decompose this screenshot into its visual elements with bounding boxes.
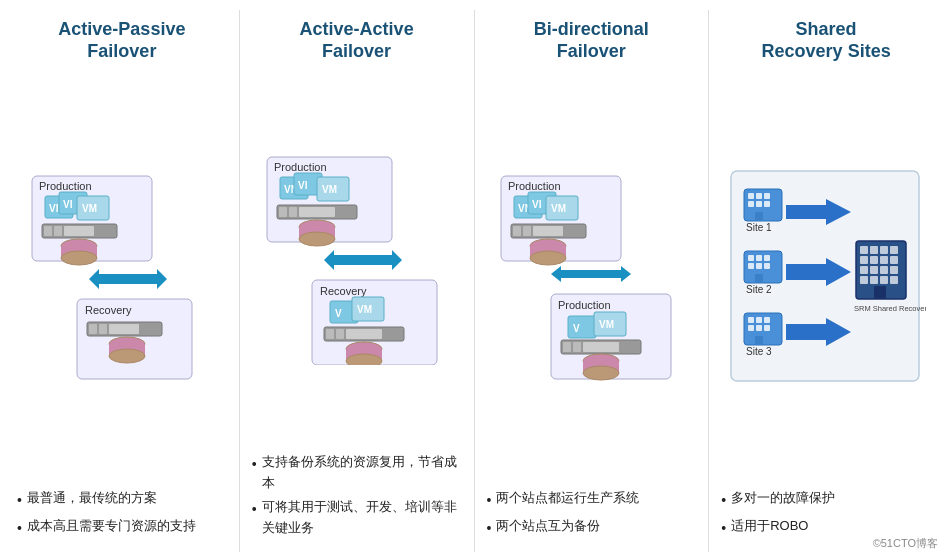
svg-text:Site 2: Site 2 <box>746 284 772 295</box>
svg-rect-110 <box>764 325 770 331</box>
svg-marker-69 <box>551 266 631 282</box>
svg-rect-90 <box>764 201 770 207</box>
svg-text:Recovery: Recovery <box>85 304 132 316</box>
svg-point-68 <box>530 251 566 265</box>
col1-bullets: • 最普通，最传统的方案 • 成本高且需要专门资源的支持 <box>13 480 231 547</box>
watermark: ©51CTO博客 <box>873 536 938 551</box>
col3-title: Bi-directionalFailover <box>534 15 649 65</box>
col3-bullet2: • 两个站点互为备份 <box>487 516 697 539</box>
svg-rect-79 <box>583 342 619 352</box>
svg-text:Production: Production <box>558 299 611 311</box>
svg-rect-115 <box>860 246 868 254</box>
svg-rect-78 <box>573 342 581 352</box>
svg-text:VI: VI <box>298 180 308 191</box>
column-active-active: Active-ActiveFailover Production VN VI V… <box>240 10 475 552</box>
col4-bullet1: • 多对一的故障保护 <box>721 488 931 511</box>
svg-rect-95 <box>748 255 754 261</box>
svg-rect-91 <box>755 212 763 221</box>
svg-rect-124 <box>870 266 878 274</box>
svg-rect-120 <box>870 256 878 264</box>
svg-text:VM: VM <box>357 304 372 315</box>
svg-text:Site 3: Site 3 <box>746 346 772 357</box>
svg-rect-100 <box>764 263 770 269</box>
svg-rect-127 <box>860 276 868 284</box>
svg-rect-11 <box>64 226 94 236</box>
svg-point-53 <box>346 354 382 365</box>
svg-text:Production: Production <box>274 161 327 173</box>
svg-rect-106 <box>756 317 762 323</box>
svg-rect-85 <box>748 193 754 199</box>
svg-text:Production: Production <box>508 180 561 192</box>
svg-rect-50 <box>346 329 382 339</box>
svg-text:VM: VM <box>82 203 97 214</box>
svg-rect-89 <box>756 201 762 207</box>
svg-rect-48 <box>326 329 334 339</box>
svg-rect-116 <box>870 246 878 254</box>
svg-rect-35 <box>289 207 297 217</box>
col1-bullet2: • 成本高且需要专门资源的支持 <box>17 516 227 539</box>
svg-rect-131 <box>874 286 886 299</box>
svg-text:Recovery: Recovery <box>320 285 367 297</box>
column-bidirectional: Bi-directionalFailover Production VN VI … <box>475 10 710 552</box>
svg-marker-40 <box>324 250 402 270</box>
svg-rect-118 <box>890 246 898 254</box>
svg-text:VI: VI <box>49 203 59 214</box>
col3-diagram: Production VN VI VM <box>483 77 701 480</box>
svg-rect-87 <box>764 193 770 199</box>
svg-rect-64 <box>523 226 531 236</box>
svg-rect-21 <box>109 324 139 334</box>
svg-rect-96 <box>756 255 762 261</box>
svg-point-14 <box>61 251 97 265</box>
column-shared-recovery: SharedRecovery Sites Site 1 <box>709 10 943 552</box>
svg-text:VI: VI <box>63 199 73 210</box>
col4-diagram: Site 1 Site 2 <box>717 77 935 480</box>
col3-bullets: • 两个站点都运行生产系统 • 两个站点互为备份 <box>483 480 701 547</box>
svg-text:SRM Shared Recovery Site: SRM Shared Recovery Site <box>854 304 926 313</box>
svg-rect-111 <box>755 336 763 345</box>
col2-bullet1: • 支持备份系统的资源复用，节省成本 <box>252 452 462 494</box>
svg-rect-65 <box>533 226 563 236</box>
svg-rect-126 <box>890 266 898 274</box>
svg-marker-15 <box>89 269 167 289</box>
svg-rect-122 <box>890 256 898 264</box>
col3-bullet1: • 两个站点都运行生产系统 <box>487 488 697 511</box>
svg-rect-125 <box>880 266 888 274</box>
svg-rect-99 <box>756 263 762 269</box>
col1-bullet1: • 最普通，最传统的方案 <box>17 488 227 511</box>
svg-rect-36 <box>299 207 335 217</box>
svg-rect-109 <box>756 325 762 331</box>
svg-rect-77 <box>563 342 571 352</box>
svg-rect-34 <box>279 207 287 217</box>
svg-rect-128 <box>870 276 878 284</box>
svg-rect-88 <box>748 201 754 207</box>
column-active-passive: Active-PassiveFailover Production VI VI … <box>5 10 240 552</box>
svg-text:VM: VM <box>551 203 566 214</box>
svg-rect-9 <box>44 226 52 236</box>
col1-title: Active-PassiveFailover <box>58 15 185 65</box>
col2-bullet2: • 可将其用于测试、开发、培训等非关键业务 <box>252 497 462 539</box>
svg-text:VM: VM <box>322 184 337 195</box>
svg-rect-108 <box>748 325 754 331</box>
svg-point-82 <box>583 366 619 380</box>
svg-rect-123 <box>860 266 868 274</box>
svg-text:VM: VM <box>599 319 614 330</box>
svg-rect-63 <box>513 226 521 236</box>
svg-rect-20 <box>99 324 107 334</box>
svg-point-24 <box>109 349 145 363</box>
svg-rect-130 <box>890 276 898 284</box>
svg-rect-119 <box>860 256 868 264</box>
svg-rect-101 <box>755 274 763 283</box>
svg-text:Production: Production <box>39 180 92 192</box>
col2-diagram: Production VN VI VM <box>248 77 466 444</box>
svg-rect-98 <box>748 263 754 269</box>
svg-text:V: V <box>335 308 342 319</box>
svg-point-39 <box>299 232 335 246</box>
svg-rect-105 <box>748 317 754 323</box>
svg-rect-97 <box>764 255 770 261</box>
col1-diagram: Production VI VI VM <box>13 77 231 480</box>
col4-title: SharedRecovery Sites <box>762 15 891 65</box>
svg-rect-121 <box>880 256 888 264</box>
col2-title: Active-ActiveFailover <box>300 15 414 65</box>
svg-text:Site 1: Site 1 <box>746 222 772 233</box>
svg-text:V: V <box>573 323 580 334</box>
